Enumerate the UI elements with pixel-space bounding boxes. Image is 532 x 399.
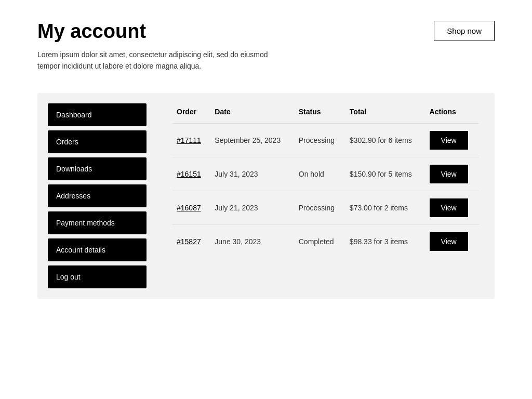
page-title: My account bbox=[37, 21, 276, 43]
col-header-date: Date bbox=[210, 103, 294, 124]
order-total: $73.00 for 2 items bbox=[345, 191, 425, 224]
sidebar: DashboardOrdersDownloadsAddressesPayment… bbox=[37, 93, 157, 299]
order-date: September 25, 2023 bbox=[210, 123, 294, 157]
order-date: June 30, 2023 bbox=[210, 224, 294, 258]
sidebar-btn-payment-methods[interactable]: Payment methods bbox=[48, 211, 147, 234]
sidebar-btn-downloads[interactable]: Downloads bbox=[48, 157, 147, 180]
orders-table-head: OrderDateStatusTotalActions bbox=[172, 103, 479, 124]
view-order-button[interactable]: View bbox=[430, 198, 468, 217]
orders-table-header-row: OrderDateStatusTotalActions bbox=[172, 103, 479, 124]
content-area: OrderDateStatusTotalActions #17111Septem… bbox=[157, 93, 495, 299]
account-panel: DashboardOrdersDownloadsAddressesPayment… bbox=[37, 93, 495, 299]
order-total: $98.33 for 3 items bbox=[345, 224, 425, 258]
order-action: View bbox=[425, 123, 479, 157]
sidebar-btn-orders[interactable]: Orders bbox=[48, 130, 147, 153]
order-status: Processing bbox=[295, 123, 345, 157]
order-status: Completed bbox=[295, 224, 345, 258]
orders-table: OrderDateStatusTotalActions #17111Septem… bbox=[172, 103, 479, 258]
order-total: $302.90 for 6 items bbox=[345, 123, 425, 157]
order-action: View bbox=[425, 157, 479, 191]
col-header-order: Order bbox=[172, 103, 210, 124]
order-number[interactable]: #15827 bbox=[172, 224, 210, 258]
col-header-total: Total bbox=[345, 103, 425, 124]
view-order-button[interactable]: View bbox=[430, 232, 468, 251]
view-order-button[interactable]: View bbox=[430, 131, 468, 150]
order-number[interactable]: #17111 bbox=[172, 123, 210, 157]
order-status: On hold bbox=[295, 157, 345, 191]
table-row: #16151July 31, 2023On hold$150.90 for 5 … bbox=[172, 157, 479, 191]
sidebar-btn-dashboard[interactable]: Dashboard bbox=[48, 103, 147, 126]
order-number[interactable]: #16087 bbox=[172, 191, 210, 224]
order-status: Processing bbox=[295, 191, 345, 224]
order-action: View bbox=[425, 224, 479, 258]
page-subtitle: Lorem ipsum dolor sit amet, consectetur … bbox=[37, 49, 276, 72]
sidebar-btn-addresses[interactable]: Addresses bbox=[48, 184, 147, 207]
order-date: July 31, 2023 bbox=[210, 157, 294, 191]
order-total: $150.90 for 5 items bbox=[345, 157, 425, 191]
col-header-status: Status bbox=[295, 103, 345, 124]
header-left: My account Lorem ipsum dolor sit amet, c… bbox=[37, 21, 276, 72]
table-row: #15827June 30, 2023Completed$98.33 for 3… bbox=[172, 224, 479, 258]
order-date: July 21, 2023 bbox=[210, 191, 294, 224]
orders-table-body: #17111September 25, 2023Processing$302.9… bbox=[172, 123, 479, 258]
shop-now-button[interactable]: Shop now bbox=[434, 21, 495, 41]
view-order-button[interactable]: View bbox=[430, 165, 468, 183]
order-number[interactable]: #16151 bbox=[172, 157, 210, 191]
header: My account Lorem ipsum dolor sit amet, c… bbox=[37, 21, 495, 72]
order-action: View bbox=[425, 191, 479, 224]
page-wrapper: My account Lorem ipsum dolor sit amet, c… bbox=[0, 0, 532, 320]
table-row: #17111September 25, 2023Processing$302.9… bbox=[172, 123, 479, 157]
table-row: #16087July 21, 2023Processing$73.00 for … bbox=[172, 191, 479, 224]
sidebar-btn-log-out[interactable]: Log out bbox=[48, 265, 147, 288]
col-header-actions: Actions bbox=[425, 103, 479, 124]
sidebar-btn-account-details[interactable]: Account details bbox=[48, 238, 147, 261]
